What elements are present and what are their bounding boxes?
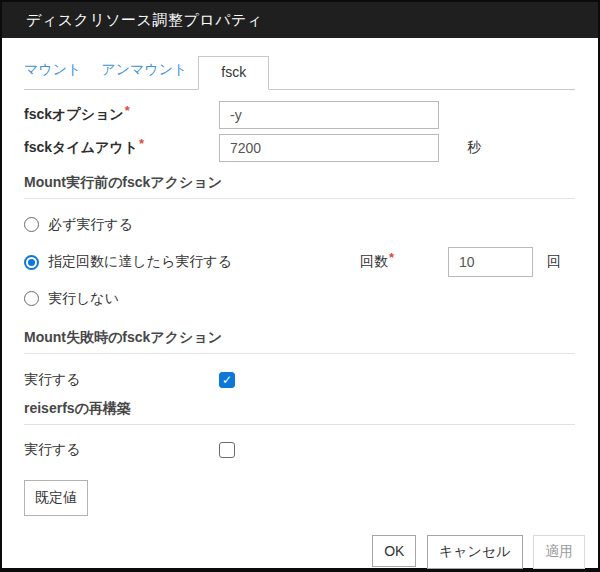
radio-execute-at-count-label: 指定回数に達したら実行する xyxy=(48,253,232,271)
count-label: 回数* xyxy=(360,253,394,271)
count-unit-label: 回 xyxy=(547,253,561,271)
pre-mount-fsck-action-heading: Mount実行前のfsckアクション xyxy=(24,174,575,199)
apply-button[interactable]: 適用 xyxy=(533,535,585,569)
fsck-timeout-label-text: fsckタイムアウト xyxy=(24,139,138,155)
reiserfs-rebuild-heading: reiserfsの再構築 xyxy=(24,400,575,425)
mount-failure-fsck-action-heading: Mount失敗時のfsckアクション xyxy=(24,329,575,354)
fsck-option-label: fsckオプション* xyxy=(24,106,219,124)
radio-do-not-execute[interactable] xyxy=(24,291,39,306)
fsck-option-row: fsckオプション* xyxy=(24,101,585,129)
ok-button[interactable]: OK xyxy=(372,535,416,567)
radio-execute-at-count[interactable] xyxy=(24,255,39,270)
seconds-unit-label: 秒 xyxy=(467,139,481,157)
radio-row-do-not-execute[interactable]: 実行しない xyxy=(24,290,585,307)
required-mark: * xyxy=(389,250,394,265)
default-values-button[interactable]: 既定値 xyxy=(24,480,88,516)
radio-row-always-execute[interactable]: 必ず実行する xyxy=(24,216,585,233)
disk-resource-tuning-dialog: ディスクリソース調整プロパティ マウント アンマウント fsck fsckオプシ… xyxy=(0,0,600,572)
reiserfs-execute-checkbox[interactable] xyxy=(219,442,235,458)
reiserfs-execute-row: 実行する xyxy=(24,441,585,458)
fsck-timeout-label: fsckタイムアウト* xyxy=(24,139,219,157)
required-mark: * xyxy=(125,103,130,118)
tab-fsck[interactable]: fsck xyxy=(198,56,269,90)
cancel-button[interactable]: キャンセル xyxy=(427,535,523,569)
radio-always-execute[interactable] xyxy=(24,217,39,232)
dialog-title: ディスクリソース調整プロパティ xyxy=(26,11,263,30)
dialog-content: マウント アンマウント fsck fsckオプション* fsckタイムアウト* … xyxy=(2,59,598,569)
fsck-option-input[interactable] xyxy=(219,101,439,129)
tab-unmount[interactable]: アンマウント xyxy=(101,61,187,89)
radio-row-execute-at-count: 指定回数に達したら実行する 回数* 回 xyxy=(24,247,585,277)
count-input[interactable] xyxy=(448,247,533,277)
fsck-timeout-row: fsckタイムアウト* 秒 xyxy=(24,134,585,162)
mount-failure-execute-row: 実行する xyxy=(24,371,585,388)
dialog-titlebar: ディスクリソース調整プロパティ xyxy=(2,2,598,38)
reiserfs-execute-label: 実行する xyxy=(24,441,219,459)
mount-failure-execute-label: 実行する xyxy=(24,371,219,389)
tab-bar: マウント アンマウント fsck xyxy=(24,59,575,90)
count-label-text: 回数 xyxy=(360,253,388,269)
mount-failure-execute-checkbox[interactable] xyxy=(219,372,235,388)
fsck-option-label-text: fsckオプション xyxy=(24,106,124,122)
radio-do-not-execute-label: 実行しない xyxy=(48,290,119,308)
dialog-footer: OK キャンセル 適用 xyxy=(24,535,585,569)
radio-always-execute-label: 必ず実行する xyxy=(48,216,133,234)
fsck-timeout-input[interactable] xyxy=(219,134,439,162)
required-mark: * xyxy=(139,136,144,151)
tab-mount[interactable]: マウント xyxy=(24,61,81,89)
